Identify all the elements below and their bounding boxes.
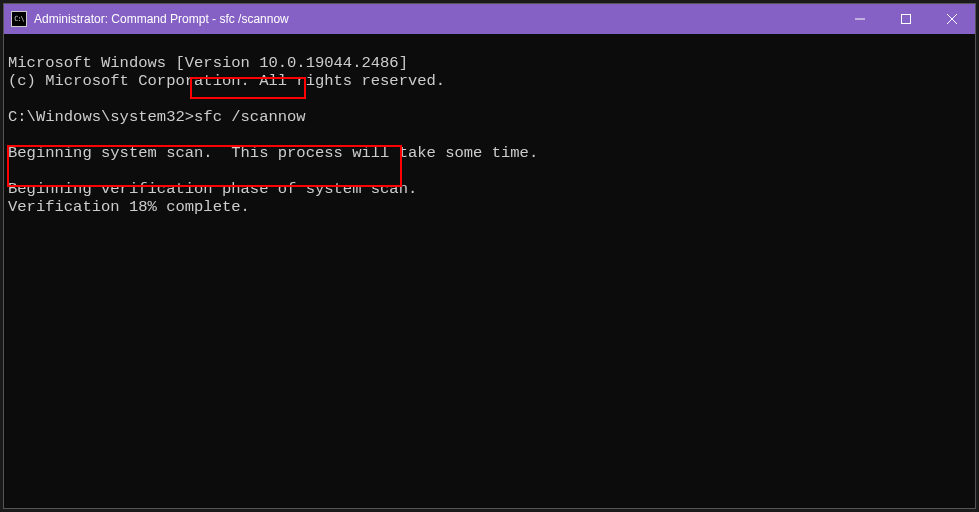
window-controls <box>837 4 975 34</box>
output-line: Microsoft Windows [Version 10.0.19044.24… <box>8 54 408 72</box>
output-line: (c) Microsoft Corporation. All rights re… <box>8 72 445 90</box>
close-button[interactable] <box>929 4 975 34</box>
svg-rect-1 <box>902 15 911 24</box>
cmd-icon: C:\ <box>11 11 27 27</box>
maximize-icon <box>901 14 911 24</box>
titlebar[interactable]: C:\ Administrator: Command Prompt - sfc … <box>4 4 975 34</box>
command-text: sfc /scannow <box>194 108 306 126</box>
terminal-output[interactable]: Microsoft Windows [Version 10.0.19044.24… <box>4 34 975 236</box>
command-prompt-window: C:\ Administrator: Command Prompt - sfc … <box>3 3 976 509</box>
window-title: Administrator: Command Prompt - sfc /sca… <box>34 12 289 26</box>
output-line: Beginning system scan. This process will… <box>8 144 538 162</box>
prompt: C:\Windows\system32> <box>8 108 194 126</box>
output-line: Verification 18% complete. <box>8 198 250 216</box>
maximize-button[interactable] <box>883 4 929 34</box>
titlebar-left: C:\ Administrator: Command Prompt - sfc … <box>4 11 289 27</box>
close-icon <box>947 14 957 24</box>
output-line: Beginning verification phase of system s… <box>8 180 417 198</box>
minimize-icon <box>855 14 865 24</box>
minimize-button[interactable] <box>837 4 883 34</box>
